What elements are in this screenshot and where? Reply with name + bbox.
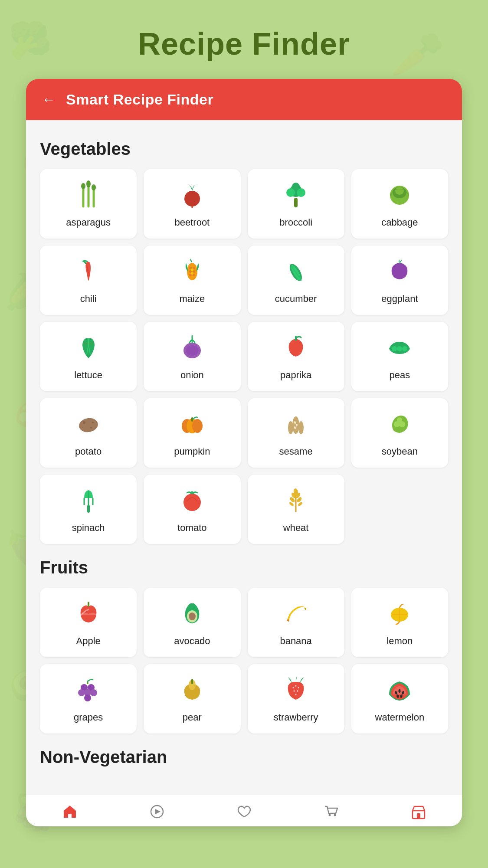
asparagus-label: asparagus [66, 217, 111, 228]
item-cucumber[interactable]: cucumber [248, 246, 344, 315]
svg-rect-66 [87, 505, 90, 513]
svg-point-97 [298, 687, 299, 688]
svg-point-108 [328, 814, 331, 816]
fruits-section-title: Fruits [40, 558, 448, 577]
grapes-icon [75, 675, 102, 708]
svg-point-37 [191, 269, 193, 271]
svg-rect-94 [191, 679, 193, 684]
item-grapes[interactable]: grapes [40, 664, 137, 734]
soybean-icon [386, 409, 413, 442]
item-banana[interactable]: banana [248, 588, 344, 657]
tomato-icon [178, 486, 206, 518]
item-cabbage[interactable]: cabbage [351, 169, 448, 239]
pear-label: pear [183, 712, 202, 723]
svg-point-46 [397, 346, 402, 351]
svg-point-58 [288, 421, 293, 434]
item-maize[interactable]: maize [144, 246, 240, 315]
eggplant-label: eggplant [381, 293, 418, 305]
beetroot-icon [178, 180, 206, 213]
peas-icon [386, 333, 413, 365]
page-title: Recipe Finder [0, 0, 488, 79]
item-chili[interactable]: chili [40, 246, 137, 315]
broccoli-label: broccoli [279, 217, 312, 228]
item-pumpkin[interactable]: pumpkin [144, 398, 240, 468]
svg-point-89 [78, 689, 85, 696]
svg-point-45 [392, 346, 397, 351]
svg-point-29 [395, 187, 404, 195]
chili-icon [75, 257, 102, 289]
item-lemon[interactable]: lemon [351, 588, 448, 657]
svg-point-18 [86, 180, 91, 187]
beetroot-label: beetroot [175, 217, 210, 228]
item-avocado[interactable]: avocado [144, 588, 240, 657]
apple-icon [75, 599, 102, 631]
svg-point-19 [92, 184, 96, 190]
item-strawberry[interactable]: strawberry [248, 664, 344, 734]
svg-point-82 [189, 613, 196, 620]
onion-label: onion [180, 370, 204, 381]
app-header: ← Smart Recipe Finder [26, 79, 462, 120]
apple-label: Apple [76, 635, 100, 647]
item-broccoli[interactable]: broccoli [248, 169, 344, 239]
bottom-navigation [26, 795, 462, 826]
svg-rect-44 [295, 336, 297, 341]
nav-favorites[interactable] [236, 804, 252, 819]
item-tomato[interactable]: tomato [144, 475, 240, 544]
svg-point-65 [397, 417, 402, 423]
item-soybean[interactable]: soybean [351, 398, 448, 468]
svg-rect-22 [294, 198, 298, 207]
item-eggplant[interactable]: eggplant [351, 246, 448, 315]
header-title: Smart Recipe Finder [66, 91, 213, 108]
banana-icon [282, 599, 310, 631]
svg-point-96 [295, 685, 297, 687]
wheat-icon [282, 486, 310, 518]
svg-point-109 [334, 814, 336, 816]
svg-point-91 [84, 694, 91, 701]
svg-point-102 [399, 689, 401, 693]
maize-icon [178, 257, 206, 289]
nav-play[interactable] [149, 804, 165, 819]
strawberry-icon [282, 675, 310, 708]
svg-point-100 [295, 694, 297, 695]
nav-cart[interactable] [324, 804, 339, 819]
grapes-label: grapes [74, 712, 103, 723]
tomato-label: tomato [177, 522, 206, 534]
avocado-label: avocado [174, 635, 210, 647]
item-peas[interactable]: peas [351, 322, 448, 391]
spinach-icon [75, 486, 102, 518]
pear-icon [178, 675, 206, 708]
item-paprika[interactable]: paprika [248, 322, 344, 391]
svg-point-43 [186, 345, 198, 356]
item-watermelon[interactable]: watermelon [351, 664, 448, 734]
item-lettuce[interactable]: lettuce [40, 322, 137, 391]
watermelon-label: watermelon [375, 712, 425, 723]
svg-point-95 [293, 687, 294, 688]
svg-point-59 [298, 421, 304, 434]
item-beetroot[interactable]: beetroot [144, 169, 240, 239]
onion-icon [178, 333, 206, 365]
item-onion[interactable]: onion [144, 322, 240, 391]
svg-marker-107 [155, 809, 160, 814]
nav-home[interactable] [62, 804, 78, 819]
svg-point-48 [78, 416, 99, 433]
svg-point-38 [191, 272, 193, 275]
item-wheat[interactable]: wheat [248, 475, 344, 544]
item-spinach[interactable]: spinach [40, 475, 137, 544]
item-pear[interactable]: pear [144, 664, 240, 734]
item-apple[interactable]: Apple [40, 588, 137, 657]
spinach-label: spinach [72, 522, 105, 534]
paprika-icon [282, 333, 310, 365]
item-asparagus[interactable]: asparagus [40, 169, 137, 239]
item-potato[interactable]: potato [40, 398, 137, 468]
back-button[interactable]: ← [42, 92, 56, 108]
svg-rect-80 [88, 602, 89, 607]
svg-point-51 [92, 422, 94, 423]
item-sesame[interactable]: sesame [248, 398, 344, 468]
svg-point-71 [183, 494, 201, 511]
watermelon-icon [386, 675, 413, 708]
vegetables-section-title: Vegetables [40, 139, 448, 159]
avocado-icon [178, 599, 206, 631]
svg-rect-111 [417, 813, 420, 819]
sesame-label: sesame [279, 446, 313, 457]
nav-store[interactable] [411, 804, 426, 819]
